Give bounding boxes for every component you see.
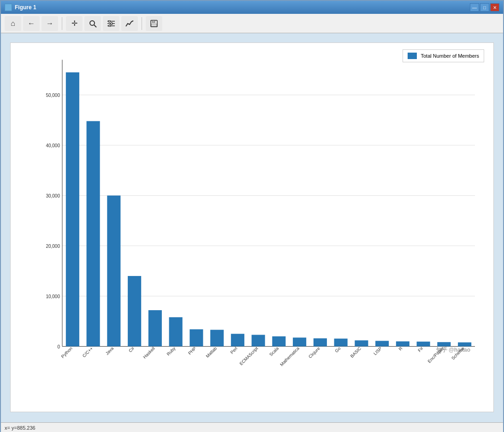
svg-text:C#: C# (128, 346, 136, 354)
window-icon (5, 4, 12, 11)
svg-text:Mathematica: Mathematica (279, 346, 301, 367)
content-area: Total Number of Members 010,00020,00030,… (1, 33, 503, 422)
svg-point-7 (109, 25, 111, 27)
svg-rect-33 (148, 310, 162, 346)
svg-text:ECMAScript: ECMAScript (238, 346, 259, 366)
svg-rect-51 (334, 339, 348, 347)
save-button[interactable] (146, 16, 162, 31)
svg-point-0 (90, 21, 95, 25)
svg-rect-35 (169, 317, 183, 346)
svg-text:Scala: Scala (268, 346, 280, 357)
svg-text:Perl: Perl (229, 346, 238, 355)
chart-plot-wrapper: 010,00020,00030,00040,00050,000PythonC/C… (38, 52, 484, 384)
status-bar: x= y=885.236 (1, 422, 503, 432)
svg-rect-27 (87, 121, 100, 346)
toolbar-separator-1 (62, 17, 62, 30)
chart-container: Total Number of Members 010,00020,00030,… (10, 42, 494, 412)
svg-line-1 (94, 25, 96, 27)
svg-point-5 (108, 20, 110, 22)
toolbar: ⌂ ← → ✛ (1, 14, 503, 33)
svg-text:0: 0 (57, 344, 60, 349)
chart-svg: 010,00020,00030,00040,00050,000PythonC/C… (38, 52, 484, 384)
minimize-button[interactable]: — (470, 3, 479, 12)
svg-text:PHP: PHP (187, 346, 197, 356)
main-window: Figure 1 — □ ✕ ⌂ ← → ✛ (0, 0, 504, 432)
maximize-button[interactable]: □ (480, 3, 489, 12)
svg-rect-57 (396, 342, 409, 347)
svg-point-6 (111, 23, 113, 24)
window-title: Figure 1 (15, 4, 36, 11)
svg-text:Clojure: Clojure (308, 346, 321, 359)
status-text: x= y=885.236 (5, 425, 36, 431)
svg-text:50,000: 50,000 (46, 93, 60, 98)
zoom-button[interactable] (84, 16, 101, 31)
svg-text:C/C++: C/C++ (81, 346, 94, 359)
toolbar-separator-2 (142, 17, 142, 30)
svg-text:Matlab: Matlab (205, 346, 218, 359)
svg-rect-10 (151, 24, 157, 26)
forward-button[interactable]: → (42, 16, 58, 31)
svg-text:Go: Go (334, 346, 342, 354)
svg-rect-45 (272, 336, 285, 347)
svg-text:20,000: 20,000 (46, 244, 60, 249)
svg-rect-41 (231, 334, 244, 346)
svg-text:10,000: 10,000 (46, 294, 60, 299)
title-bar-text: Figure 1 (5, 4, 36, 11)
svg-text:F#: F# (417, 346, 424, 353)
close-button[interactable]: ✕ (490, 3, 499, 12)
svg-text:30,000: 30,000 (46, 193, 60, 198)
svg-rect-29 (107, 196, 120, 347)
svg-rect-25 (66, 72, 79, 347)
title-bar-controls: — □ ✕ (470, 3, 499, 12)
title-bar: Figure 1 — □ ✕ (1, 1, 503, 14)
svg-rect-43 (252, 335, 265, 346)
svg-rect-59 (417, 342, 430, 346)
svg-rect-55 (375, 341, 389, 347)
svg-rect-31 (128, 276, 141, 347)
save-icon (150, 19, 158, 28)
svg-rect-39 (210, 330, 224, 347)
svg-text:Ruby: Ruby (166, 346, 177, 357)
svg-rect-37 (190, 329, 203, 346)
svg-rect-49 (314, 338, 327, 346)
svg-text:LISP: LISP (373, 346, 383, 356)
svg-rect-9 (152, 20, 155, 23)
svg-text:BASIC: BASIC (349, 346, 362, 359)
svg-rect-47 (293, 337, 306, 346)
configure-button[interactable] (103, 16, 119, 31)
svg-text:Java: Java (104, 346, 114, 356)
zoom-icon (89, 19, 97, 28)
watermark: 知乎 @haitao (436, 346, 470, 354)
svg-text:Python: Python (60, 346, 73, 359)
pan-button[interactable]: ✛ (66, 16, 83, 31)
svg-text:40,000: 40,000 (46, 143, 60, 148)
plot-icon (125, 20, 134, 27)
svg-text:Haskell: Haskell (142, 346, 156, 360)
plot-button[interactable] (121, 16, 138, 31)
home-button[interactable]: ⌂ (5, 16, 21, 31)
configure-icon (107, 20, 115, 27)
svg-rect-53 (355, 340, 368, 346)
back-button[interactable]: ← (23, 16, 40, 31)
